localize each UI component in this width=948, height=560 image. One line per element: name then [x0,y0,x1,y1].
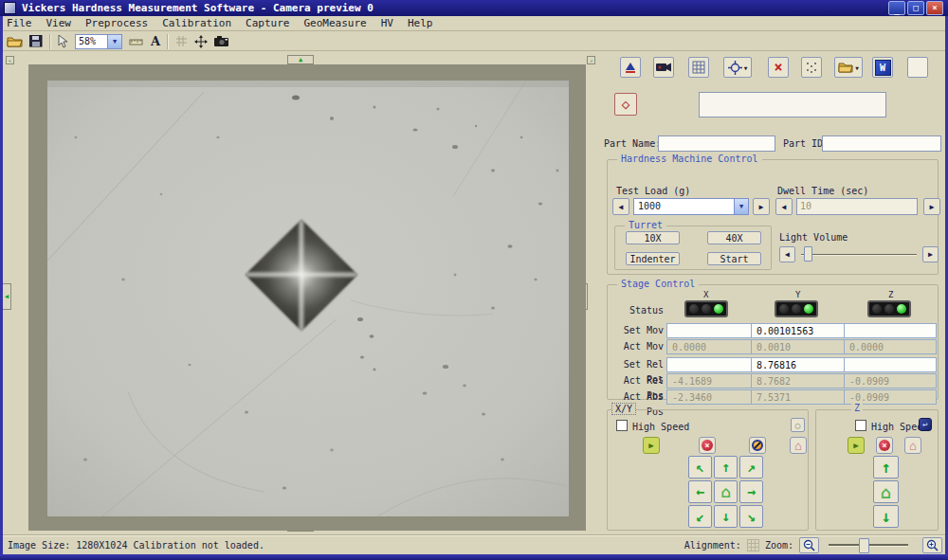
turret-10x-button[interactable]: 10X [626,231,680,244]
indenter-tool-button[interactable] [620,57,641,78]
jog-up-right-button[interactable]: ↗ [739,456,763,479]
light-volume-decrease-button[interactable]: ◀ [779,246,795,262]
test-load-prev-button[interactable]: ◀ [612,198,629,215]
pan-left-icon[interactable]: ◀ [2,283,11,310]
word-export-button[interactable]: W [872,57,893,78]
display-zoom-slider-thumb[interactable] [859,538,869,553]
zoom-in-button[interactable] [922,537,942,553]
menu-geomeasure[interactable]: GeoMeasure [303,17,366,29]
set-rel-pos-y-field[interactable]: 8.76816 [751,357,845,372]
test-load-next-button[interactable]: ▶ [753,198,770,215]
menu-help[interactable]: Help [408,17,433,29]
dropdown-arrow-icon: ▼ [744,64,748,71]
test-load-dropdown-icon[interactable]: ▼ [734,199,748,214]
z-down-button[interactable]: ↓ [873,505,899,528]
delete-button[interactable]: × [768,57,789,78]
jog-right-button[interactable]: → [739,480,763,503]
set-rel-pos-x-field[interactable] [666,357,752,372]
stage-move-button[interactable]: ▼ [723,57,752,78]
dwell-time-next-button[interactable]: ▶ [923,198,940,215]
close-button[interactable]: × [926,1,943,15]
text-tool-icon[interactable]: A [151,35,160,47]
menu-capture[interactable]: Capture [246,17,289,29]
z-run-button[interactable]: ▶ [848,437,865,454]
menu-file[interactable]: File [7,17,32,29]
test-load-value: 1000 [634,199,734,214]
result-display-field [699,92,886,117]
zoom-select-dropdown-icon[interactable]: ▼ [107,35,121,48]
cursor-tool-icon[interactable] [58,35,68,48]
indent-measure-button[interactable]: ◇ [614,93,637,116]
jog-down-left-button[interactable]: ↙ [688,505,712,528]
z-high-speed-checkbox[interactable]: High Speed [855,420,928,433]
turret-40x-button[interactable]: 40X [707,231,761,244]
save-icon[interactable] [29,35,43,47]
set-mov-y-field[interactable]: 0.00101563 [751,323,845,338]
set-rel-pos-z-field[interactable] [844,357,937,372]
act-rel-pos-z-value: -0.0909 [844,373,937,388]
set-mov-x-field[interactable] [666,323,752,338]
dwell-time-field[interactable]: 10 [796,198,918,215]
jog-down-right-button[interactable]: ↘ [739,505,763,528]
jog-up-button[interactable]: ↑ [714,456,738,479]
part-name-input[interactable] [658,135,775,152]
jog-home-button[interactable]: ⌂ [714,480,738,503]
xy-stop-button[interactable]: × [699,437,716,454]
measure-tool-icon[interactable] [129,37,144,46]
stage-control-title: Stage Control [617,279,699,289]
jog-left-button[interactable]: ← [688,480,712,503]
camera-preview-image [47,81,569,516]
menu-hv[interactable]: HV [381,17,393,29]
pattern-points-button[interactable] [801,57,822,78]
z-home-button[interactable]: ⌂ [904,437,921,454]
z-up-button[interactable]: ↑ [873,456,899,479]
checkbox-icon[interactable] [855,420,866,431]
turret-indenter-button[interactable]: Indenter [626,252,680,265]
window-border-bottom [0,554,948,560]
light-volume-slider-thumb[interactable] [804,246,812,262]
crosshair-tool-icon[interactable] [194,35,208,48]
menu-preprocess[interactable]: Preprocess [85,17,148,29]
z-stop-button[interactable]: × [876,437,893,454]
pan-corner-nw-icon[interactable]: ↖ [6,56,14,64]
light-volume-increase-button[interactable]: ▶ [922,246,939,262]
menu-calibration[interactable]: Calibration [162,17,231,29]
open-report-button[interactable]: ▼ [834,57,863,78]
act-mov-label: Act Mov [605,339,667,354]
video-camera-button[interactable] [653,57,674,78]
xy-home-button[interactable]: ⌂ [790,437,807,454]
xy-run-button[interactable]: ▶ [643,437,660,454]
pan-corner-ne-icon[interactable]: ↗ [587,56,595,64]
maximize-button[interactable]: □ [907,1,924,15]
indenter-icon [624,61,637,74]
pan-up-icon[interactable]: ▲ [287,55,314,64]
grid-tool-icon[interactable] [175,35,188,47]
zoom-select[interactable]: 58% ▼ [75,34,122,49]
zoom-out-button[interactable] [799,537,819,553]
minimize-button[interactable]: _ [888,1,905,15]
auto-move-icon [752,440,763,451]
open-file-icon[interactable] [7,35,23,47]
camera-capture-icon[interactable] [214,36,229,46]
xy-high-speed-checkbox[interactable]: High Speed [616,420,689,433]
turret-start-button[interactable]: Start [707,252,761,265]
xy-auto-move-button[interactable] [749,437,766,454]
jog-down-button[interactable]: ↓ [714,505,738,528]
dwell-time-prev-button[interactable]: ◀ [775,198,793,215]
part-id-input[interactable] [822,135,941,152]
light-volume-slider-track[interactable] [801,254,917,256]
xy-circle-button[interactable]: ○ [791,418,805,432]
jog-up-left-button[interactable]: ↖ [688,456,712,479]
z-axis-status-light [867,300,911,317]
z-home-jog-button[interactable]: ⌂ [873,480,899,503]
points-pattern-icon [805,61,818,74]
set-mov-z-field[interactable] [844,323,937,338]
z-return-button[interactable]: ↩ [919,418,932,431]
grid-overlay-button[interactable] [688,57,709,78]
act-mov-y-value: 0.0010 [751,339,845,354]
x-axis-status-light [684,300,728,317]
test-load-select[interactable]: 1000 ▼ [633,198,749,215]
menu-view[interactable]: View [46,17,72,29]
blank-button[interactable] [907,57,928,78]
checkbox-icon[interactable] [616,420,628,431]
